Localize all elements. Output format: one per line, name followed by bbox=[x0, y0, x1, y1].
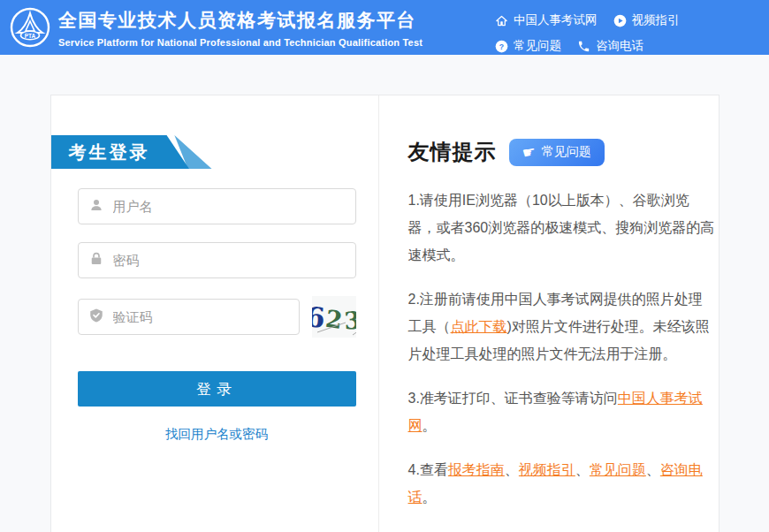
nav-link-label: 视频指引 bbox=[632, 12, 680, 28]
header-nav: 中国人事考试网 视频指引 ? 常见问题 咨询电话 bbox=[495, 12, 760, 54]
page-body: 考生登录 bbox=[0, 55, 769, 532]
captcha-field-box bbox=[78, 299, 300, 335]
login-form: 16230 登录 找回用户名或密码 bbox=[51, 188, 378, 443]
site-title-zh: 全国专业技术人员资格考试报名服务平台 bbox=[58, 8, 423, 33]
login-button[interactable]: 登录 bbox=[78, 371, 356, 407]
forgot-credentials-link[interactable]: 找回用户名或密码 bbox=[165, 427, 268, 441]
tip-text: 。 bbox=[423, 490, 437, 505]
tip-paragraph: 1.请使用IE浏览器（10以上版本）、谷歌浏览器，或者360浏览器的极速模式、搜… bbox=[408, 186, 715, 269]
nav-link-video-guide[interactable]: 视频指引 bbox=[613, 12, 680, 28]
username-field-box bbox=[78, 188, 356, 224]
captcha-input[interactable] bbox=[113, 309, 289, 324]
captcha-digits: 16230 bbox=[312, 301, 356, 333]
nav-link-label: 中国人事考试网 bbox=[514, 12, 598, 28]
faq-button[interactable]: ☛ 常见问题 bbox=[509, 139, 605, 166]
main-card: 考生登录 bbox=[50, 95, 720, 532]
play-icon bbox=[613, 14, 627, 27]
shield-check-icon bbox=[88, 308, 104, 327]
tips-list: 1.请使用IE浏览器（10以上版本）、谷歌浏览器，或者360浏览器的极速模式、搜… bbox=[408, 186, 715, 511]
site-titles: 全国专业技术人员资格考试报名服务平台 Service Platform for … bbox=[58, 8, 423, 48]
password-field-box bbox=[78, 242, 356, 278]
logo-text: PTA bbox=[25, 33, 36, 39]
captcha-image[interactable]: 16230 bbox=[312, 296, 356, 338]
faq-button-label: 常见问题 bbox=[542, 144, 591, 160]
tip-text: 、 bbox=[505, 462, 519, 477]
login-banner-title: 考生登录 bbox=[69, 135, 150, 169]
tip-text: 4.查看 bbox=[408, 462, 448, 477]
tip-link[interactable]: 点此下载 bbox=[451, 319, 507, 334]
svg-text:?: ? bbox=[499, 42, 504, 50]
nav-link-cpta-site[interactable]: 中国人事考试网 bbox=[495, 12, 598, 28]
tip-link[interactable]: 报考指南 bbox=[448, 462, 505, 477]
pointing-hand-icon: ☛ bbox=[521, 143, 537, 161]
tip-text: 、 bbox=[646, 462, 660, 477]
tip-text: 。 bbox=[423, 418, 437, 433]
lock-icon bbox=[88, 251, 104, 270]
nav-link-label: 常见问题 bbox=[514, 38, 561, 54]
nav-link-faq[interactable]: ? 常见问题 bbox=[495, 38, 561, 54]
tip-link[interactable]: 常见问题 bbox=[590, 462, 646, 477]
password-input[interactable] bbox=[113, 253, 346, 268]
nav-link-label: 咨询电话 bbox=[596, 38, 643, 54]
site-title-en: Service Platform for National Profession… bbox=[58, 37, 423, 48]
nav-link-phone[interactable]: 咨询电话 bbox=[577, 38, 643, 54]
login-banner: 考生登录 bbox=[51, 135, 212, 169]
tip-text: 3.准考证打印、证书查验等请访问 bbox=[408, 391, 618, 406]
tip-paragraph: 2.注册前请使用中国人事考试网提供的照片处理工具（点此下载)对照片文件进行处理。… bbox=[408, 285, 715, 368]
username-input[interactable] bbox=[113, 199, 346, 214]
tips-panel: 友情提示 ☛ 常见问题 1.请使用IE浏览器（10以上版本）、谷歌浏览器，或者3… bbox=[378, 95, 722, 532]
captcha-digit: 3 bbox=[343, 306, 355, 334]
home-icon bbox=[495, 14, 508, 27]
tip-paragraph: 4.查看报考指南、视频指引、常见问题、咨询电话。 bbox=[408, 456, 715, 511]
tip-link[interactable]: 视频指引 bbox=[519, 462, 575, 477]
captcha-digit: 2 bbox=[324, 305, 346, 334]
tips-heading: 友情提示 bbox=[408, 138, 497, 166]
pta-logo-icon: PTA bbox=[9, 6, 51, 49]
site-header: PTA 全国专业技术人员资格考试报名服务平台 Service Platform … bbox=[0, 0, 769, 55]
tip-paragraph: 3.准考证打印、证书查验等请访问中国人事考试网。 bbox=[408, 384, 715, 439]
question-icon: ? bbox=[495, 40, 508, 53]
tip-text: 1.请使用IE浏览器（10以上版本）、谷歌浏览器，或者360浏览器的极速模式、搜… bbox=[408, 193, 715, 262]
user-icon bbox=[88, 197, 104, 217]
phone-icon bbox=[577, 40, 590, 53]
tip-text: 、 bbox=[575, 462, 590, 477]
login-panel: 考生登录 bbox=[51, 95, 378, 532]
